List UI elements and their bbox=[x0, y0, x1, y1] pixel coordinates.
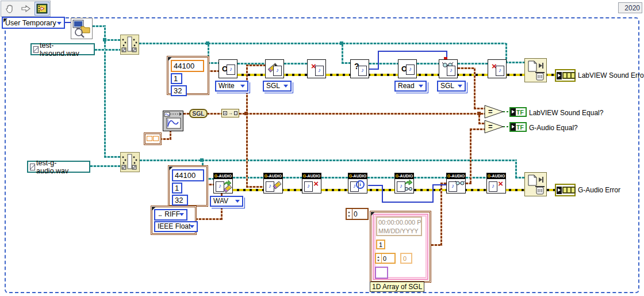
default-data-directory-node[interactable] bbox=[71, 18, 93, 39]
wire bbox=[382, 185, 383, 203]
sound-read-type-dropdown[interactable]: SGL bbox=[437, 81, 466, 92]
sample-rate-constant[interactable]: 44100 bbox=[171, 60, 204, 72]
sound-file-close-node-2[interactable]: × ♪ bbox=[488, 59, 507, 78]
gaudio-close-node[interactable]: G-AUDIO ♪ × bbox=[302, 173, 321, 193]
sgl-conversion-bullet[interactable]: SGL bbox=[189, 109, 208, 118]
sound-file-icon: ♪ bbox=[315, 66, 324, 76]
array-index-spinner[interactable]: 0 bbox=[346, 208, 369, 220]
g-audio-error-indicator[interactable] bbox=[555, 184, 576, 196]
play-icon bbox=[511, 108, 516, 116]
wire bbox=[195, 218, 223, 220]
wire bbox=[505, 62, 525, 63]
equal-triangle-icon bbox=[484, 120, 504, 134]
gaudio-close-node-2[interactable]: G-AUDIO ♪ × bbox=[486, 173, 506, 193]
spinner-arrows-icon[interactable] bbox=[376, 254, 382, 263]
labview-version-badge: 2020 bbox=[618, 2, 642, 13]
waveform-dt-value[interactable]: 1 bbox=[376, 240, 385, 249]
path-constant-lvsound[interactable]: test-lvsound.wav bbox=[30, 43, 95, 55]
to-array-node[interactable]: → bbox=[221, 109, 239, 117]
hand-icon bbox=[5, 3, 16, 14]
waveform-array-constant[interactable]: 00:00:00.000 PM MM/DD/YYYY 1 0 0 bbox=[370, 211, 431, 283]
spinner-arrows-icon[interactable] bbox=[347, 209, 352, 219]
sound-file-read-node[interactable]: ♪ bbox=[439, 59, 458, 78]
g-audio-equal-label: G-Audio Equal? bbox=[529, 124, 578, 132]
path-ring-constant[interactable]: User Temporary bbox=[2, 17, 65, 29]
wire bbox=[367, 177, 394, 179]
delete-file-icon bbox=[525, 59, 546, 82]
sound-file-write-node[interactable]: ♪ bbox=[265, 59, 284, 78]
gaudio-write-node[interactable]: G-AUDIO ♪ bbox=[263, 173, 283, 193]
lv-sound-error-indicator[interactable] bbox=[555, 69, 576, 82]
bits-constant[interactable]: 32 bbox=[172, 195, 188, 206]
wav-format-cluster[interactable]: ↔ RIFF IEEE Float bbox=[151, 206, 197, 235]
labview-tool-button[interactable] bbox=[34, 2, 49, 16]
wire bbox=[233, 177, 263, 179]
build-path-node-top[interactable] bbox=[120, 35, 139, 55]
sample-rate-constant[interactable]: 44100 bbox=[172, 169, 204, 181]
ring-label: User Temporary bbox=[5, 19, 56, 27]
play-icon bbox=[557, 187, 562, 194]
waveform-y-index-spinner[interactable]: 0 bbox=[375, 253, 396, 264]
gaudio-read-node[interactable]: G-AUDIO ♪ bbox=[446, 173, 466, 193]
lv-sound-error-label: LabVIEW Sound Error bbox=[578, 71, 644, 79]
equal-node-ga[interactable]: = bbox=[484, 120, 504, 134]
g-audio-equal-indicator[interactable]: TF bbox=[509, 122, 527, 132]
sound-write-type-dropdown[interactable]: SGL bbox=[263, 81, 292, 92]
encoding-dropdown[interactable]: IEEE Float bbox=[154, 221, 198, 232]
close-glyph: × bbox=[498, 180, 503, 187]
sound-file-icon: ♪ bbox=[496, 66, 504, 76]
wire bbox=[90, 165, 121, 167]
sine-waveform-vi[interactable] bbox=[163, 111, 183, 131]
gaudio-info-node[interactable]: G-AUDIO ♪ i bbox=[348, 173, 367, 193]
waveform-y-element[interactable]: 0 bbox=[400, 253, 412, 264]
wire bbox=[474, 108, 485, 109]
cluster-element bbox=[153, 136, 159, 141]
forward-arrow-button[interactable] bbox=[19, 2, 33, 15]
sound-format-cluster-top[interactable]: 44100 1 32 bbox=[167, 56, 209, 95]
sound-file-info-node[interactable]: ? ♪ bbox=[350, 59, 369, 78]
delete-file-node-bottom[interactable] bbox=[524, 172, 547, 196]
riff-dropdown[interactable]: ↔ RIFF bbox=[154, 209, 187, 221]
wire bbox=[140, 160, 517, 161]
green-arrow-icon bbox=[404, 179, 412, 186]
g-audio-error-label: G-Audio Error bbox=[578, 186, 620, 194]
close-glyph: × bbox=[313, 180, 319, 187]
gaudio-open-write-node[interactable]: G-AUDIO ♪ bbox=[213, 173, 233, 193]
wire bbox=[378, 51, 379, 69]
wire-junction bbox=[244, 112, 248, 115]
channels-constant[interactable]: 1 bbox=[171, 73, 182, 84]
sound-open-mode-dropdown[interactable]: Write bbox=[215, 81, 248, 92]
equal-node-lv[interactable]: = bbox=[484, 105, 504, 119]
gaudio-format-dropdown[interactable]: WAV bbox=[210, 196, 243, 207]
wire bbox=[342, 43, 343, 64]
bits-constant[interactable]: 32 bbox=[171, 85, 187, 96]
sound-file-icon: ♪ bbox=[358, 66, 367, 76]
array-icon bbox=[234, 111, 238, 115]
path-glyph-icon bbox=[30, 164, 35, 170]
build-path-icon bbox=[121, 153, 139, 172]
waveform-attributes-box[interactable] bbox=[375, 267, 388, 279]
enum-arrows-icon: ↔ bbox=[158, 212, 163, 218]
wire bbox=[458, 63, 488, 64]
path-constant-gaudio[interactable]: test-g-audio.wav bbox=[27, 161, 90, 173]
sound-file-open-write-node[interactable]: O ♪ bbox=[218, 59, 237, 78]
timestamp-display[interactable]: 00:00:00.000 PM MM/DD/YYYY bbox=[376, 217, 422, 236]
gaudio-open-read-node[interactable]: G-AUDIO ♪ bbox=[394, 173, 414, 193]
wire bbox=[239, 113, 485, 115]
build-path-node-bottom[interactable] bbox=[120, 152, 140, 172]
channels-constant[interactable]: 1 bbox=[172, 183, 182, 193]
pan-hand-tool-button[interactable] bbox=[3, 2, 17, 15]
wire bbox=[414, 177, 446, 179]
lv-sound-equal-indicator[interactable]: TF bbox=[509, 107, 527, 117]
g-audio-banner: G-AUDIO bbox=[348, 173, 367, 179]
sound-format-cluster-bottom[interactable]: 44100 1 32 bbox=[168, 165, 208, 207]
wire bbox=[515, 160, 517, 178]
sound-file-open-read-node[interactable]: O ♪ bbox=[398, 59, 417, 78]
sound-read-mode-dropdown[interactable]: Read bbox=[394, 81, 427, 92]
delete-file-node-top[interactable] bbox=[524, 58, 547, 82]
sound-file-icon: ♪ bbox=[447, 66, 455, 76]
sound-file-close-node[interactable]: × ♪ bbox=[307, 59, 326, 78]
error-wire bbox=[237, 74, 555, 76]
sine-config-cluster[interactable] bbox=[144, 132, 162, 145]
wire bbox=[369, 63, 398, 64]
